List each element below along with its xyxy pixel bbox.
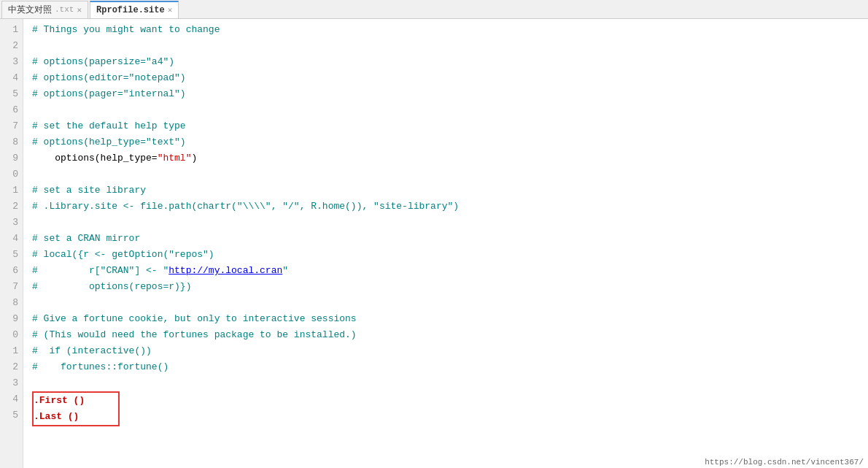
- line-number-2: 2: [0, 38, 18, 54]
- code-line-20: # (This would need the fortunes package …: [32, 327, 868, 343]
- tab-rprofile-label: Rprofile.site: [96, 5, 165, 15]
- editor: 1234567890123456789012345 # Things you m…: [0, 19, 868, 468]
- tab-rprofile-close[interactable]: ✕: [168, 5, 173, 15]
- code-line-2: [32, 38, 868, 54]
- line-number-14: 4: [0, 231, 18, 247]
- line-number-19: 9: [0, 311, 18, 327]
- code-line-23: [32, 375, 868, 391]
- tab-txt-close[interactable]: ✕: [77, 5, 82, 15]
- tab-txt-label: 中英文对照: [8, 4, 52, 16]
- code-line-11: # set a site library: [32, 183, 868, 199]
- code-line-8: # options(help_type="text"): [32, 134, 868, 150]
- code-line-22: # fortunes::fortune(): [32, 359, 868, 375]
- line-number-16: 6: [0, 263, 18, 279]
- status-bar: https://blog.csdn.net/vincent367/: [700, 456, 868, 468]
- code-line-9: options(help_type="html"): [32, 150, 868, 166]
- line-number-22: 2: [0, 359, 18, 375]
- line-number-20: 0: [0, 327, 18, 343]
- code-line-6: [32, 102, 868, 118]
- code-line-17: # options(repos=r)}): [32, 279, 868, 295]
- line-number-9: 9: [0, 150, 18, 166]
- tab-txt-suffix: .txt: [55, 5, 74, 14]
- line-number-8: 8: [0, 134, 18, 150]
- code-line-3: # options(papersize="a4"): [32, 54, 868, 70]
- code-line-21: # if (interactive()): [32, 343, 868, 359]
- line-number-10: 0: [0, 166, 18, 183]
- code-line-18: [32, 295, 868, 311]
- line-number-17: 7: [0, 279, 18, 295]
- cran-mirror-link[interactable]: http://my.local.cran: [168, 263, 282, 279]
- line-number-12: 2: [0, 199, 18, 215]
- line-number-25: 5: [0, 407, 18, 423]
- code-line-19: # Give a fortune cookie, but only to int…: [32, 311, 868, 327]
- code-line-16: # r["CRAN"] <- "http://my.local.cran": [32, 263, 868, 279]
- line-number-23: 3: [0, 375, 18, 391]
- code-line-5: # options(pager="internal"): [32, 86, 868, 102]
- line-number-4: 4: [0, 70, 18, 86]
- tab-rprofile[interactable]: Rprofile.site ✕: [90, 1, 179, 18]
- status-url: https://blog.csdn.net/vincent367/: [705, 458, 864, 467]
- line-number-21: 1: [0, 343, 18, 359]
- code-line-10: [32, 166, 868, 183]
- line-number-11: 1: [0, 183, 18, 199]
- code-line-25: .Last (): [34, 409, 118, 425]
- highlighted-functions-box: .First ().Last (): [32, 391, 120, 426]
- code-line-7: # set the default help type: [32, 118, 868, 134]
- code-line-13: [32, 215, 868, 231]
- code-line-15: # local({r <- getOption("repos"): [32, 247, 868, 263]
- code-area[interactable]: # Things you might want to change# optio…: [23, 19, 868, 468]
- line-number-6: 6: [0, 102, 18, 118]
- line-numbers: 1234567890123456789012345: [0, 19, 23, 468]
- line-number-24: 4: [0, 391, 18, 407]
- code-line-14: # set a CRAN mirror: [32, 231, 868, 247]
- line-number-18: 8: [0, 295, 18, 311]
- line-number-13: 3: [0, 215, 18, 231]
- line-number-1: 1: [0, 22, 18, 38]
- tab-bar: 中英文对照 .txt ✕ Rprofile.site ✕: [0, 0, 868, 19]
- code-line-1: # Things you might want to change: [32, 22, 868, 38]
- line-number-7: 7: [0, 118, 18, 134]
- code-line-4: # options(editor="notepad"): [32, 70, 868, 86]
- code-line-24: .First (): [34, 393, 118, 409]
- code-line-12: # .Library.site <- file.path(chartr("\\\…: [32, 199, 868, 215]
- tab-txt[interactable]: 中英文对照 .txt ✕: [1, 1, 88, 18]
- line-number-5: 5: [0, 86, 18, 102]
- line-number-3: 3: [0, 54, 18, 70]
- line-number-15: 5: [0, 247, 18, 263]
